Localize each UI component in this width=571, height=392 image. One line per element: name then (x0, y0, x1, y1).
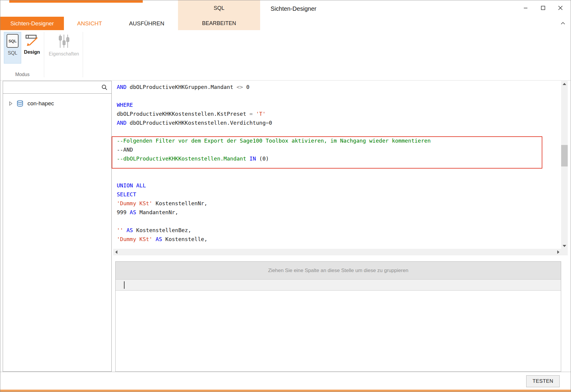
editor-horizontal-scrollbar[interactable] (113, 249, 561, 255)
code-token (123, 227, 127, 233)
scroll-right-icon (557, 250, 559, 254)
code-token: Kostenstelle, (162, 236, 208, 242)
code-token: (0) (256, 155, 269, 162)
code-line[interactable]: 'Dummy KSt' AS Kostenstelle, (117, 235, 561, 244)
code-token: MandantenNr, (136, 209, 178, 215)
tree-item-con-hapec[interactable]: con-hapec (3, 98, 111, 109)
code-line[interactable]: --AND (117, 145, 561, 154)
database-icon (16, 100, 24, 107)
bottom-accent-bar (0, 390, 571, 392)
ribbon-group-label-modus: Modus (3, 72, 42, 77)
expand-arrow-icon[interactable] (9, 101, 13, 106)
design-mode-button[interactable]: Design (22, 32, 42, 64)
code-token: --AND (117, 146, 133, 153)
group-by-drop-area[interactable]: Ziehen Sie eine Spalte an diese Stelle u… (116, 262, 561, 280)
result-grid: Ziehen Sie eine Spalte an diese Stelle u… (115, 261, 561, 372)
sql-mode-button[interactable]: SQL SQL (4, 32, 21, 64)
maximize-button[interactable] (534, 1, 552, 14)
group-by-hint: Ziehen Sie eine Spalte an diese Stelle u… (268, 268, 409, 274)
scroll-down-icon (563, 245, 566, 247)
tab-ansicht[interactable]: ANSICHT (64, 17, 115, 30)
explorer-search-bar[interactable] (3, 81, 111, 94)
code-token: 0 (243, 84, 250, 90)
code-line[interactable] (117, 92, 561, 101)
sql-mode-label: SQL (8, 50, 17, 56)
code-token: 'T' (256, 111, 266, 117)
scroll-left-icon (115, 250, 117, 254)
window-controls (517, 1, 569, 14)
code-line[interactable]: AND dbOLProductiveKHKGruppen.Mandant <> … (117, 83, 561, 92)
code-line[interactable]: 999 AS MandantenNr, (117, 208, 561, 217)
grid-column-header-row[interactable] (116, 280, 561, 291)
ribbon-group-separator (83, 32, 83, 77)
minimize-icon (524, 6, 528, 10)
tab-sichten-designer[interactable]: Sichten-Designer (0, 17, 64, 30)
collapse-ribbon-button[interactable] (559, 20, 567, 27)
top-accent-bar (9, 0, 143, 3)
code-token: --dbOLProductiveKHKKostenstellen.Mandant (117, 155, 249, 162)
tree-item-label: con-hapec (27, 100, 54, 107)
maximize-icon (541, 6, 545, 10)
code-token: dbOLProductiveKHKKostenstellen.KstPreset (117, 111, 249, 117)
sql-editor[interactable]: AND dbOLProductiveKHKGruppen.Mandant <> … (113, 81, 561, 249)
text-cursor (124, 281, 125, 289)
tab-sql-bearbeiten[interactable]: BEARBEITEN (178, 17, 260, 30)
code-token: dbOLProductiveKHKKostenstellen.Verdichtu… (127, 120, 266, 126)
code-token: IN (249, 155, 256, 162)
code-token: = (249, 111, 253, 117)
scroll-up-button[interactable] (561, 81, 568, 87)
scroll-right-button[interactable] (555, 249, 561, 255)
code-token: --Folgenden Filter vor dem Export der Sa… (117, 138, 431, 144)
scroll-left-button[interactable] (113, 249, 119, 255)
code-token: KostenstellenNr, (152, 200, 207, 206)
code-token: AND (117, 120, 127, 126)
code-line[interactable]: --Folgenden Filter vor dem Export der Sa… (117, 136, 561, 145)
code-token: 0 (269, 120, 272, 126)
code-line[interactable]: 'Dummy KSt' KostenstellenNr, (117, 199, 561, 208)
scroll-down-button[interactable] (561, 243, 568, 249)
code-line[interactable] (117, 172, 561, 181)
code-line[interactable]: UNION ALL (117, 181, 561, 190)
code-line[interactable]: WHERE (117, 101, 561, 109)
code-token: AS (156, 236, 162, 242)
code-line[interactable] (117, 217, 561, 226)
close-icon (558, 5, 563, 10)
code-token: WHERE (117, 102, 133, 108)
window-title: Sichten-Designer (271, 5, 316, 12)
code-token: 999 (117, 209, 130, 215)
chevron-up-icon (560, 21, 566, 25)
close-button[interactable] (552, 1, 569, 14)
contextual-tab-group: SQL BEARBEITEN (178, 0, 260, 30)
minimize-button[interactable] (517, 1, 534, 14)
ribbon: SQL SQL Design Eigenschaften (0, 30, 571, 81)
app-window: SQL BEARBEITEN Sichten-Designer Sichten-… (0, 0, 571, 392)
tab-ausfuehren[interactable]: AUSFÜHREN (115, 17, 178, 30)
ribbon-group-separator (44, 32, 44, 77)
vertical-scrollbar-thumb[interactable] (561, 145, 568, 166)
contextual-group-label: SQL (178, 5, 260, 11)
testen-button[interactable]: TESTEN (526, 375, 560, 387)
database-explorer-panel: con-hapec (3, 81, 112, 372)
code-line[interactable]: '' AS KostenstellenBez, (117, 226, 561, 235)
editor-vertical-scrollbar[interactable] (561, 81, 568, 249)
code-token: '' (117, 227, 123, 233)
code-token: dbOLProductiveKHKGruppen.Mandant (127, 84, 237, 90)
code-token: AS (127, 227, 133, 233)
code-token (253, 111, 256, 117)
code-line[interactable]: --dbOLProductiveKHKKostenstellen.Mandant… (117, 154, 561, 163)
search-icon[interactable] (101, 84, 108, 91)
eigenschaften-button[interactable]: Eigenschaften (46, 32, 82, 64)
code-line[interactable]: dbOLProductiveKHKKostenstellen.KstPreset… (117, 109, 561, 118)
code-line[interactable] (117, 163, 561, 172)
code-token: 'Dummy KSt' (117, 236, 152, 242)
code-token: 'Dummy KSt' (117, 200, 152, 206)
code-token: AND (117, 84, 127, 90)
scrollbar-corner (561, 249, 568, 255)
code-line[interactable] (117, 127, 561, 136)
code-token: KostenstellenBez, (133, 227, 191, 233)
scroll-up-icon (563, 83, 566, 85)
code-line[interactable]: SELECT (117, 190, 561, 199)
grid-body[interactable] (116, 291, 561, 371)
code-token (152, 236, 156, 242)
code-line[interactable]: AND dbOLProductiveKHKKostenstellen.Verdi… (117, 118, 561, 127)
